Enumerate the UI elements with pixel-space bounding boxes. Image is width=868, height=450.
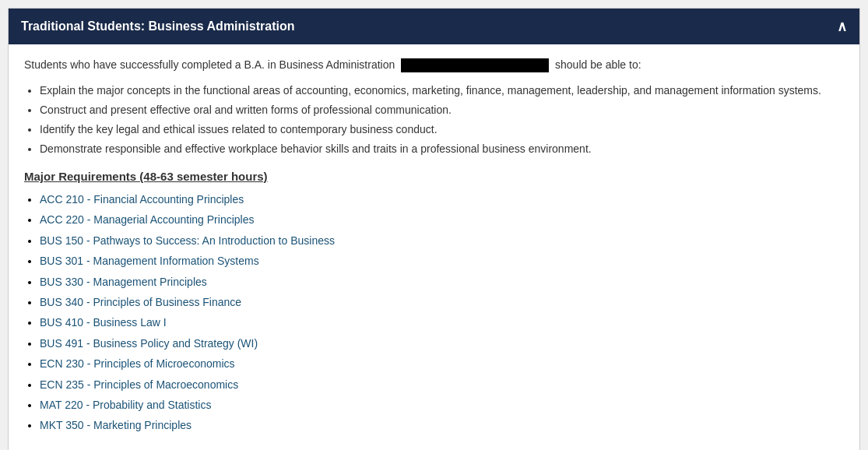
course-link-acc210[interactable]: ACC 210 - Financial Accounting Principle…	[40, 193, 244, 206]
collapse-chevron-icon[interactable]: ∧	[837, 18, 847, 35]
list-item: MKT 350 - Marketing Principles	[40, 417, 844, 434]
list-item: Identify the key legal and ethical issue…	[40, 121, 844, 138]
course-link-bus340[interactable]: BUS 340 - Principles of Business Finance	[40, 296, 241, 308]
course-link-mat220[interactable]: MAT 220 - Probability and Statistics	[40, 399, 211, 411]
list-item: BUS 340 - Principles of Business Finance	[40, 294, 844, 311]
list-item: ACC 210 - Financial Accounting Principle…	[40, 191, 844, 208]
course-link-bus491[interactable]: BUS 491 - Business Policy and Strategy (…	[40, 337, 258, 350]
list-item: ECN 230 - Principles of Microeconomics	[40, 355, 844, 372]
list-item: BUS 301 - Management Information Systems	[40, 252, 844, 269]
main-container: Traditional Students: Business Administr…	[8, 8, 860, 450]
intro-text-before: Students who have successfully completed…	[24, 58, 395, 71]
bullet-text: Identify the key legal and ethical issue…	[40, 123, 438, 135]
bullet-text: Explain the major concepts in the functi…	[40, 84, 821, 97]
bullet-text: Construct and present effective oral and…	[40, 104, 452, 116]
course-list: ACC 210 - Financial Accounting Principle…	[40, 191, 844, 434]
major-requirements-heading: Major Requirements (48-63 semester hours…	[24, 170, 844, 183]
course-link-ecn230[interactable]: ECN 230 - Principles of Microeconomics	[40, 357, 235, 370]
list-item: BUS 491 - Business Policy and Strategy (…	[40, 335, 844, 352]
course-link-acc220[interactable]: ACC 220 - Managerial Accounting Principl…	[40, 213, 254, 226]
course-link-ecn235[interactable]: ECN 235 - Principles of Macroeconomics	[40, 378, 238, 391]
intro-paragraph: Students who have successfully completed…	[24, 57, 844, 73]
section-title: Traditional Students: Business Administr…	[21, 19, 294, 33]
section-header: Traditional Students: Business Administr…	[9, 9, 859, 44]
redacted-block	[401, 58, 549, 72]
list-item: BUS 410 - Business Law I	[40, 314, 844, 331]
list-item: ACC 220 - Managerial Accounting Principl…	[40, 211, 844, 228]
course-link-mkt350[interactable]: MKT 350 - Marketing Principles	[40, 419, 192, 431]
list-item: Demonstrate responsible and effective wo…	[40, 141, 844, 157]
list-item: BUS 150 - Pathways to Success: An Introd…	[40, 232, 844, 249]
course-link-bus410[interactable]: BUS 410 - Business Law I	[40, 316, 167, 329]
course-link-bus330[interactable]: BUS 330 - Management Principles	[40, 276, 207, 288]
list-item: MAT 220 - Probability and Statistics	[40, 396, 844, 413]
course-link-bus301[interactable]: BUS 301 - Management Information Systems	[40, 255, 259, 267]
list-item: Explain the major concepts in the functi…	[40, 83, 844, 99]
course-link-bus150[interactable]: BUS 150 - Pathways to Success: An Introd…	[40, 234, 335, 247]
list-item: BUS 330 - Management Principles	[40, 273, 844, 290]
intro-text-after: should be able to:	[555, 58, 641, 71]
section-content: Students who have successfully completed…	[9, 44, 859, 450]
list-item: ECN 235 - Principles of Macroeconomics	[40, 376, 844, 393]
list-item: Construct and present effective oral and…	[40, 102, 844, 118]
bullet-text: Demonstrate responsible and effective wo…	[40, 142, 592, 155]
learning-outcomes-list: Explain the major concepts in the functi…	[40, 83, 844, 157]
